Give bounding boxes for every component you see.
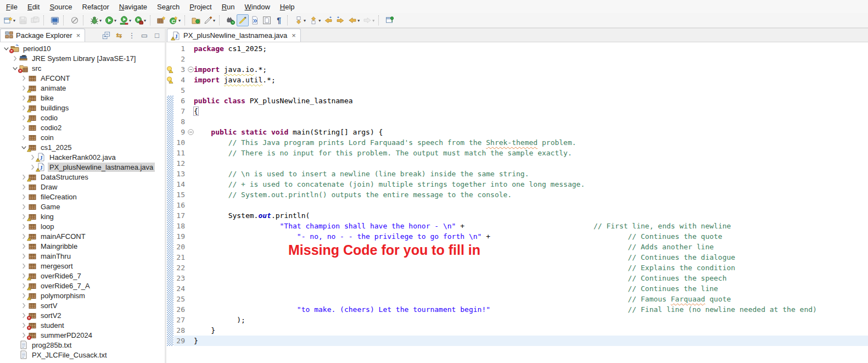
code-line-28[interactable]: 28 } [166,325,868,336]
new-wizard-icon[interactable]: ▾ [2,14,17,26]
menu-item-run[interactable]: Run [217,1,240,13]
maximize-icon[interactable]: □ [153,31,161,40]
code-editor[interactable]: Missing Code for you to fill in 1package… [166,42,868,363]
forward-edit-icon[interactable] [334,14,346,26]
txt-icon [19,340,28,349]
pkg-icon [28,74,37,82]
fold-ruler-cell [187,96,194,106]
collapse-all-icon[interactable] [102,31,111,40]
code-line-8[interactable]: 8 [166,116,868,127]
line-number: 25 [174,294,187,304]
format-brush-icon[interactable]: ▾ [202,14,217,26]
close-view-icon[interactable]: × [76,31,81,40]
menu-item-source[interactable]: Source [44,1,77,13]
editor-tab[interactable]: J PX_plusNewline_lastnamea.java × [167,29,301,42]
code-line-2[interactable]: 2 [166,54,868,64]
toggle-mark-occurrences-icon[interactable] [237,14,249,26]
code-line-16[interactable]: 16 [166,200,868,210]
code-line-6[interactable]: 6public class PX_plusNewline_lastnamea [166,96,868,106]
pin-editor-icon[interactable] [384,14,396,26]
new-java-project-icon[interactable] [155,14,167,26]
code-line-20[interactable]: 20 // Adds another line [166,242,868,252]
tree-item-period10[interactable]: period10 [0,43,165,53]
code-line-25[interactable]: 25 // Famous Farquaad quote [166,294,868,304]
menu-item-help[interactable]: Help [275,1,300,13]
line-number: 22 [174,263,187,273]
code-line-12[interactable]: 12 [166,158,868,169]
fold-collapse-icon[interactable] [187,64,194,75]
skip-breakpoints-icon[interactable] [69,14,81,26]
warning-bulb-icon[interactable] [166,75,174,85]
code-line-14[interactable]: 14 // + is used to concatenate (join) mu… [166,179,868,189]
annotation-ruler-cell [166,54,174,64]
code-line-21[interactable]: 21 // Continues the dialogue [166,252,868,263]
line-number: 1 [174,43,187,54]
view-menu-icon[interactable]: ⋮ [127,31,136,40]
code-line-22[interactable]: 22 // Explains the condition [166,263,868,273]
pkg-icon [28,252,37,260]
code-line-27[interactable]: 27 ); [166,315,868,325]
external-tools-icon[interactable] [225,14,237,26]
open-task-icon[interactable] [190,14,202,26]
annotation-ruler-cell [166,200,174,210]
show-whitespace-icon[interactable]: ¶ [273,14,285,26]
fold-ruler-cell [187,242,194,252]
code-line-15[interactable]: 15 // System.out.println() outputs the e… [166,189,868,200]
main-area: Package Explorer × ⇆⋮▭□ period10JRE Syst… [0,28,868,363]
package-explorer-tab[interactable]: Package Explorer × [0,29,85,42]
minimize-icon[interactable]: ▭ [140,31,149,40]
code-line-3[interactable]: 3import java.io.*; [166,64,868,75]
code-text: "to make. (cheers) Let the tournament be… [194,304,868,315]
back-icon[interactable]: ▾ [346,14,361,26]
pkg-icon [28,261,37,270]
line-number: 23 [174,273,187,283]
next-edit-icon[interactable] [249,14,261,26]
run-icon[interactable]: ▾ [103,14,118,26]
warning-overlay-icon [36,158,40,162]
menu-item-file[interactable]: File [1,1,23,13]
code-line-24[interactable]: 24 // Continues the line [166,283,868,294]
code-line-5[interactable]: 5 [166,85,868,96]
menu-item-refactor[interactable]: Refactor [77,1,114,13]
code-line-17[interactable]: 17 System.out.println( [166,210,868,221]
back-edit-icon[interactable] [322,14,334,26]
code-line-23[interactable]: 23 // Continues the speech [166,273,868,283]
annotation-ruler-cell [166,304,174,315]
code-line-29[interactable]: 29} [166,336,868,346]
code-line-9[interactable]: 9 public static void main(String[] args)… [166,127,868,137]
link-with-editor-icon[interactable]: ⇆ [115,31,124,40]
code-line-1[interactable]: 1package cs1_2025; [166,43,868,54]
profile-icon[interactable]: ▾ [133,14,148,26]
warning-bulb-icon[interactable] [166,64,174,75]
line-number: 21 [174,252,187,263]
menu-item-search[interactable]: Search [152,1,184,13]
menu-item-edit[interactable]: Edit [23,1,44,13]
debug-icon[interactable]: ▾ [88,14,103,26]
code-line-4[interactable]: 4import java.util.*; [166,75,868,85]
fold-collapse-icon[interactable] [187,127,194,137]
code-line-10[interactable]: 10 // This Java program prints Lord Farq… [166,137,868,148]
menu-item-navigate[interactable]: Navigate [114,1,152,13]
tree-spacer [11,351,19,359]
menu-item-window[interactable]: Window [240,1,275,13]
error-overlay-icon [18,69,23,73]
previous-annotation-icon[interactable]: ▾ [307,14,322,26]
code-line-11[interactable]: 11 // There is no input for this problem… [166,148,868,158]
code-line-13[interactable]: 13 // \n is used to insert a newline (li… [166,169,868,179]
last-edit-location-icon[interactable] [261,14,273,26]
annotation-ruler-cell [166,43,174,54]
annotation-ruler-cell [166,127,174,137]
coverage-icon[interactable]: ▾ [118,14,133,26]
next-annotation-icon[interactable]: ▾ [293,14,307,26]
warning-overlay-icon [27,237,31,241]
code-line-18[interactable]: 18 "That champion shall have the honor -… [166,221,868,231]
menu-item-project[interactable]: Project [184,1,216,13]
code-line-26[interactable]: 26 "to make. (cheers) Let the tournament… [166,304,868,315]
new-class-icon[interactable]: C▾ [167,14,182,26]
code-text [194,85,868,96]
fold-ruler-cell [187,116,194,127]
code-line-19[interactable]: 19 "- no, no - - the privilege to go for… [166,231,868,242]
open-console-icon[interactable] [49,14,61,26]
code-line-7[interactable]: 7{ [166,106,868,116]
fold-ruler-cell [187,54,194,64]
